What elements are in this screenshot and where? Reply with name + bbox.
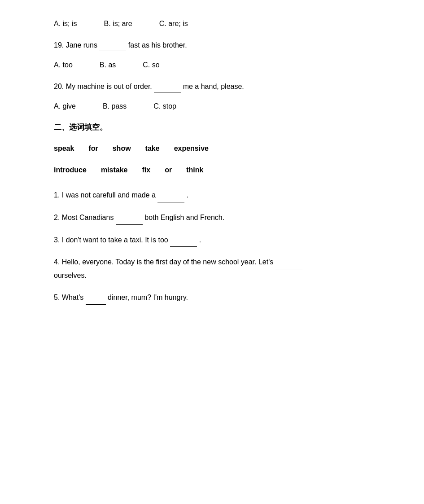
- q20-blank: [154, 81, 181, 93]
- word-expensive: expensive: [174, 141, 209, 156]
- fill-q5-text: 5. What's: [54, 294, 83, 301]
- fill-q1-after: .: [187, 191, 188, 199]
- fill-q2-num: 2. Most Canadians: [54, 214, 114, 221]
- fill-q5: 5. What's dinner, mum? I'm hungry.: [54, 291, 370, 305]
- word-show: show: [113, 141, 131, 156]
- word-bank-row2: introduce mistake fix or think: [54, 163, 370, 177]
- fill-q5-after: dinner, mum? I'm hungry.: [108, 294, 188, 301]
- q18-option-b: B. is; are: [104, 18, 132, 30]
- q20-text-before: 20. My machine is out of order.: [54, 83, 152, 90]
- word-or: or: [165, 163, 172, 177]
- fill-q2-blank: [116, 211, 143, 225]
- fill-q1-blank: [157, 189, 184, 202]
- fill-q3-text: 3. I don't want to take a taxi. It is to…: [54, 236, 168, 244]
- fill-q2: 2. Most Canadians both English and Frenc…: [54, 211, 370, 225]
- word-bank-row1: speak for show take expensive: [54, 141, 370, 156]
- fill-q4-text: 4. Hello, everyone. Today is the first d…: [54, 258, 273, 266]
- fill-q1: 1. I was not carefull and made a .: [54, 189, 370, 202]
- q19-option-c: C. so: [143, 59, 159, 71]
- fill-q5-blank: [86, 291, 106, 305]
- word-introduce: introduce: [54, 163, 87, 177]
- section2-title: 二、选词填空。: [54, 122, 370, 132]
- q20-option-b: B. pass: [103, 101, 127, 112]
- q19-blank: [99, 39, 126, 52]
- fill-q3-after: .: [199, 236, 201, 244]
- q19-option-a: A. too: [54, 59, 73, 71]
- q19-option-b: B. as: [100, 59, 116, 71]
- q20-option-a: A. give: [54, 101, 76, 112]
- q20-text-after: me a hand, please.: [183, 83, 244, 90]
- fill-q1-num: 1. I was not carefull and made a: [54, 191, 156, 199]
- word-think: think: [186, 163, 203, 177]
- q20-option-c: C. stop: [153, 101, 176, 112]
- word-speak: speak: [54, 141, 74, 156]
- q19-text-after: fast as his brother.: [128, 41, 187, 49]
- word-take: take: [145, 141, 160, 156]
- word-mistake: mistake: [101, 163, 128, 177]
- fill-q4: 4. Hello, everyone. Today is the first d…: [54, 256, 370, 282]
- word-fix: fix: [142, 163, 150, 177]
- q18-option-c: C. are; is: [159, 18, 188, 30]
- fill-q4-after: ourselves.: [54, 272, 87, 279]
- fill-q3: 3. I don't want to take a taxi. It is to…: [54, 234, 370, 247]
- q19-text-before: 19. Jane runs: [54, 41, 97, 49]
- word-for: for: [88, 141, 98, 156]
- fill-q2-after: both English and French.: [144, 214, 224, 221]
- fill-q4-blank: [275, 256, 302, 269]
- fill-q3-blank: [170, 234, 197, 247]
- q18-option-a: A. is; is: [54, 18, 77, 30]
